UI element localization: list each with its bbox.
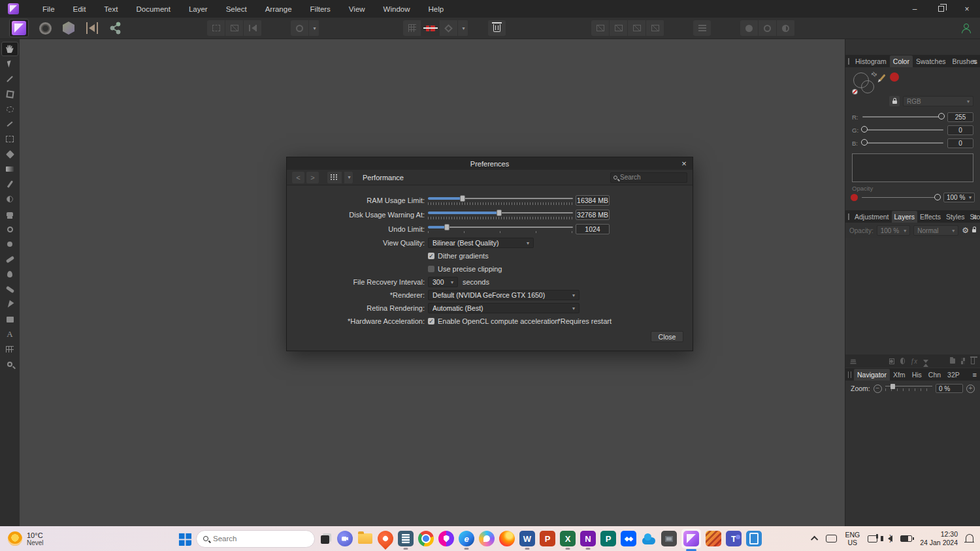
language-switcher[interactable]: ENG US (845, 531, 860, 546)
layers-opacity-select[interactable]: 100 % ▾ (877, 225, 911, 236)
green-channel-slider[interactable] (862, 129, 943, 131)
selection-brush-tool[interactable] (1, 102, 18, 116)
menu-text[interactable]: Text (95, 1, 127, 17)
firefox-icon[interactable] (499, 531, 515, 546)
tray-overflow-chevron-icon[interactable] (811, 536, 818, 543)
color-mode-select[interactable]: RGB ▾ (903, 96, 973, 106)
boolean-add-button[interactable] (740, 20, 758, 36)
move-forward-button[interactable] (610, 20, 627, 36)
export-persona-icon[interactable] (109, 22, 122, 35)
tab-navigator[interactable]: Navigator (854, 369, 890, 381)
grid-toggle-button[interactable] (403, 20, 421, 36)
undo-limit-value-box[interactable] (576, 224, 610, 234)
view-quality-select[interactable]: Bilinear (Best Quality) ▾ (428, 238, 534, 248)
new-layer-icon[interactable] (961, 358, 965, 364)
affinity-photo-taskbar-button[interactable] (681, 529, 701, 548)
back-button[interactable]: < (292, 172, 304, 183)
layers-stack-icon[interactable] (850, 359, 856, 364)
panel-menu-icon[interactable]: ≡ (973, 57, 977, 65)
delete-layer-icon[interactable] (971, 358, 975, 364)
tab-color[interactable]: Color (890, 55, 913, 67)
overlay-paint-tool[interactable] (1, 192, 18, 206)
gradient-tool[interactable] (1, 162, 18, 176)
onedrive-icon[interactable] (641, 531, 657, 546)
mask-layer-icon[interactable] (889, 358, 894, 364)
chrome-icon[interactable] (418, 531, 434, 546)
opacity-value-select[interactable]: 100 % ▾ (943, 193, 975, 202)
slider-thumb[interactable] (460, 195, 465, 202)
tab-his[interactable]: His (909, 369, 925, 381)
phone-link-icon[interactable] (746, 531, 762, 546)
preferences-sections-dropdown[interactable]: ▾ (344, 172, 353, 183)
blemish-removal-tool[interactable] (1, 252, 18, 266)
tab-effects[interactable]: Effects (917, 211, 943, 223)
menu-filters[interactable]: Filters (301, 1, 340, 17)
forward-button[interactable]: > (306, 172, 319, 183)
affinity-publisher-icon[interactable] (706, 531, 721, 546)
recovery-interval-select[interactable]: 300 ▾ (428, 277, 458, 287)
menu-window[interactable]: Window (374, 1, 419, 17)
camera-app-icon[interactable] (661, 531, 677, 546)
view-tool[interactable] (1, 42, 18, 56)
weather-widget[interactable]: 10°C Nevel (8, 531, 44, 546)
panel-grip-icon[interactable] (848, 213, 849, 220)
panel-menu-icon[interactable]: ≡ (973, 213, 977, 221)
snap-dropdown-button[interactable]: ▾ (458, 20, 468, 36)
opencl-checkbox[interactable]: ✓ (428, 318, 434, 324)
restore-button[interactable] (928, 0, 954, 18)
word-icon[interactable]: W (519, 531, 535, 546)
taskbar-search-input[interactable] (213, 535, 308, 543)
smudge-tool[interactable] (1, 282, 18, 296)
mirror-option-button[interactable] (244, 20, 261, 36)
powerpoint-icon[interactable]: P (540, 531, 555, 546)
snapping-toggle-button[interactable] (421, 20, 439, 36)
color-gradient-preview[interactable] (852, 153, 973, 182)
adjustment-layer-icon[interactable] (900, 358, 905, 364)
notifications-bell-icon[interactable] (966, 534, 973, 542)
retina-select[interactable]: Automatic (Best) ▾ (428, 303, 580, 313)
privacy-shield-icon[interactable] (438, 531, 454, 546)
teams-chat-icon[interactable] (337, 531, 353, 546)
menu-arrange[interactable]: Arrange (256, 1, 301, 17)
tab-32p[interactable]: 32P (944, 369, 963, 381)
ram-usage-value-box[interactable] (576, 195, 610, 206)
assistant-dropdown-button[interactable]: ▾ (309, 20, 319, 36)
menu-file[interactable]: File (33, 1, 64, 17)
publisher-icon[interactable]: P (600, 531, 616, 546)
shape-tool[interactable] (1, 312, 18, 326)
green-channel-value[interactable]: 0 (947, 125, 973, 135)
burn-tool[interactable] (1, 237, 18, 251)
opacity-slider[interactable] (862, 197, 939, 198)
blue-slider-thumb[interactable] (861, 139, 868, 146)
undo-limit-input[interactable] (576, 225, 609, 234)
blend-mode-select[interactable]: Normal ▾ (913, 225, 958, 236)
move-tool[interactable] (1, 57, 18, 71)
move-to-back-button[interactable] (646, 20, 664, 36)
flood-select-tool[interactable] (1, 117, 18, 131)
dither-gradients-label[interactable]: Dither gradients (438, 252, 489, 260)
tab-styles[interactable]: Styles (943, 211, 968, 223)
alignment-button[interactable] (693, 20, 711, 36)
dialog-close-action-button[interactable]: Close (651, 331, 683, 342)
touchpad-icon[interactable] (826, 535, 837, 543)
tab-chn[interactable]: Chn (925, 369, 944, 381)
live-filter-icon[interactable] (923, 360, 928, 363)
menu-help[interactable]: Help (419, 1, 453, 17)
tab-xfm[interactable]: Xfm (890, 369, 909, 381)
boolean-subtract-button[interactable] (759, 20, 776, 36)
ram-usage-slider[interactable] (428, 195, 573, 206)
teams-icon[interactable]: T (726, 531, 742, 546)
edge-icon[interactable]: e (459, 531, 474, 546)
dialog-title-bar[interactable]: Preferences × (287, 157, 693, 170)
menu-edit[interactable]: Edit (64, 1, 95, 17)
disk-warning-input[interactable] (576, 210, 609, 219)
delete-button[interactable] (488, 20, 506, 36)
menu-view[interactable]: View (340, 1, 374, 17)
clock-widget[interactable]: 12:30 24 Jan 2024 (920, 530, 958, 546)
dither-gradients-checkbox[interactable]: ✓ (428, 253, 434, 259)
dialog-close-button[interactable]: × (678, 157, 690, 169)
flood-fill-tool[interactable] (1, 147, 18, 161)
green-slider-thumb[interactable] (861, 126, 868, 133)
color-picker-tool[interactable] (1, 72, 18, 86)
copilot-icon[interactable] (479, 531, 495, 546)
